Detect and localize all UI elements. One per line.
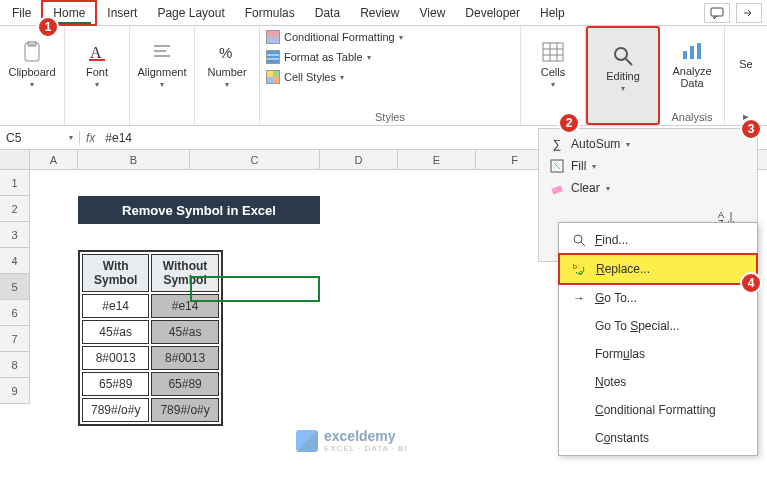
styles-group-label: Styles bbox=[266, 111, 514, 123]
svg-rect-12 bbox=[267, 71, 273, 77]
cell-b6[interactable]: 45#as bbox=[82, 320, 149, 344]
row-header-6[interactable]: 6 bbox=[0, 300, 29, 326]
number-button[interactable]: % Number ▾ bbox=[201, 30, 253, 98]
cell-b9[interactable]: 789#/o#y bbox=[82, 398, 149, 422]
cell-styles-button[interactable]: Cell Styles ▾ bbox=[266, 70, 344, 84]
analyze-data-button[interactable]: Analyze Data bbox=[666, 30, 718, 98]
menu-cond-fmt[interactable]: Conditional Formatting bbox=[559, 396, 757, 424]
replace-icon: bc bbox=[572, 261, 588, 277]
cell-styles-label: Cell Styles bbox=[284, 71, 336, 83]
cell-c5[interactable]: #e14 bbox=[151, 294, 218, 318]
group-editing: Editing ▾ bbox=[586, 26, 660, 125]
cell-c6[interactable]: 45#as bbox=[151, 320, 218, 344]
menu-insert[interactable]: Insert bbox=[97, 2, 147, 24]
cell-c8[interactable]: 65#89 bbox=[151, 372, 218, 396]
fill-icon bbox=[549, 158, 565, 174]
cells-icon bbox=[541, 40, 565, 64]
menu-goto-special[interactable]: Go To Special... bbox=[559, 312, 757, 340]
find-select-menu: Find... bcReplace... →Go To... Go To Spe… bbox=[558, 222, 758, 456]
col-header-d[interactable]: D bbox=[320, 150, 398, 169]
font-button[interactable]: A Font ▾ bbox=[71, 30, 123, 98]
autosum-label: AutoSum bbox=[571, 137, 620, 151]
col-header-b[interactable]: B bbox=[78, 150, 190, 169]
group-cells: Cells ▾ bbox=[521, 26, 586, 125]
cell-c7[interactable]: 8#0013 bbox=[151, 346, 218, 370]
clipboard-icon bbox=[20, 40, 44, 64]
conditional-formatting-button[interactable]: Conditional Formatting ▾ bbox=[266, 30, 403, 44]
watermark-logo bbox=[296, 430, 318, 452]
col-header-e[interactable]: E bbox=[398, 150, 476, 169]
cells-button[interactable]: Cells ▾ bbox=[527, 30, 579, 98]
svg-rect-25 bbox=[697, 43, 701, 59]
svg-point-32 bbox=[574, 235, 582, 243]
analyze-label: Analyze Data bbox=[670, 65, 714, 89]
percent-icon: % bbox=[215, 40, 239, 64]
magnifier-icon bbox=[611, 44, 635, 68]
clear-button[interactable]: Clear ▾ bbox=[539, 177, 757, 199]
menu-file[interactable]: File bbox=[2, 2, 41, 24]
cells-label: Cells bbox=[541, 66, 565, 78]
chevron-down-icon: ▾ bbox=[160, 80, 164, 89]
menu-developer[interactable]: Developer bbox=[455, 2, 530, 24]
format-as-table-button[interactable]: Format as Table ▾ bbox=[266, 50, 371, 64]
row-header-3[interactable]: 3 bbox=[0, 222, 29, 248]
watermark-tag: EXCEL · DATA · BI bbox=[324, 444, 408, 453]
chevron-down-icon: ▾ bbox=[399, 33, 403, 42]
fill-button[interactable]: Fill ▾ bbox=[539, 155, 757, 177]
menu-page-layout[interactable]: Page Layout bbox=[147, 2, 234, 24]
svg-rect-24 bbox=[690, 46, 694, 59]
se-button[interactable]: Se bbox=[731, 30, 761, 98]
font-label: Font bbox=[86, 66, 108, 78]
menu-formulas[interactable]: Formulas bbox=[559, 340, 757, 368]
ribbon: Clipboard ▾ A Font ▾ Alignment ▾ % Numbe… bbox=[0, 26, 767, 126]
row-header-5[interactable]: 5 bbox=[0, 274, 29, 300]
col-header-c[interactable]: C bbox=[190, 150, 320, 169]
menu-notes[interactable]: Notes bbox=[559, 368, 757, 396]
formula-value[interactable]: #e14 bbox=[101, 131, 136, 145]
editing-label: Editing bbox=[606, 70, 640, 82]
editing-button[interactable]: Editing ▾ bbox=[594, 32, 652, 104]
chevron-down-icon: ▾ bbox=[367, 53, 371, 62]
row-header-4[interactable]: 4 bbox=[0, 248, 29, 274]
svg-rect-4 bbox=[89, 59, 105, 61]
row-header-7[interactable]: 7 bbox=[0, 326, 29, 352]
menu-find[interactable]: Find... bbox=[559, 226, 757, 254]
menu-formulas[interactable]: Formulas bbox=[235, 2, 305, 24]
clear-label: Clear bbox=[571, 181, 600, 195]
col-header-a[interactable]: A bbox=[30, 150, 78, 169]
select-all-corner[interactable] bbox=[0, 150, 30, 169]
row-header-9[interactable]: 9 bbox=[0, 378, 29, 404]
menu-data[interactable]: Data bbox=[305, 2, 350, 24]
menu-replace[interactable]: bcReplace... bbox=[558, 253, 758, 285]
chevron-down-icon: ▾ bbox=[551, 80, 555, 89]
svg-rect-9 bbox=[267, 51, 279, 63]
menu-view[interactable]: View bbox=[410, 2, 456, 24]
name-box-value: C5 bbox=[6, 131, 21, 145]
cell-c9[interactable]: 789#/o#y bbox=[151, 398, 218, 422]
cell-b7[interactable]: 8#0013 bbox=[82, 346, 149, 370]
share-button[interactable] bbox=[736, 3, 762, 23]
clipboard-button[interactable]: Clipboard ▾ bbox=[6, 30, 58, 98]
cell-b5[interactable]: #e14 bbox=[82, 294, 149, 318]
name-box[interactable]: C5▾ bbox=[0, 131, 80, 145]
callout-1: 1 bbox=[37, 16, 59, 38]
autosum-button[interactable]: ∑AutoSum ▾ bbox=[539, 133, 757, 155]
row-header-8[interactable]: 8 bbox=[0, 352, 29, 378]
menu-help[interactable]: Help bbox=[530, 2, 575, 24]
group-overflow: Se ▸ bbox=[725, 26, 767, 125]
menu-review[interactable]: Review bbox=[350, 2, 409, 24]
svg-rect-15 bbox=[273, 77, 279, 83]
chevron-down-icon: ▾ bbox=[69, 133, 73, 142]
menu-goto[interactable]: →Go To... bbox=[559, 284, 757, 312]
title-banner: Remove Symbol in Excel bbox=[78, 196, 320, 224]
fx-icon[interactable]: fx bbox=[80, 131, 101, 145]
menu-constants[interactable]: Constants bbox=[559, 424, 757, 452]
row-headers: 1 2 3 4 5 6 7 8 9 bbox=[0, 170, 30, 404]
row-header-1[interactable]: 1 bbox=[0, 170, 29, 196]
chevron-down-icon: ▾ bbox=[626, 140, 630, 149]
cell-b8[interactable]: 65#89 bbox=[82, 372, 149, 396]
alignment-button[interactable]: Alignment ▾ bbox=[136, 30, 188, 98]
row-header-2[interactable]: 2 bbox=[0, 196, 29, 222]
menu-bar: File Home Insert Page Layout Formulas Da… bbox=[0, 0, 767, 26]
comments-button[interactable] bbox=[704, 3, 730, 23]
